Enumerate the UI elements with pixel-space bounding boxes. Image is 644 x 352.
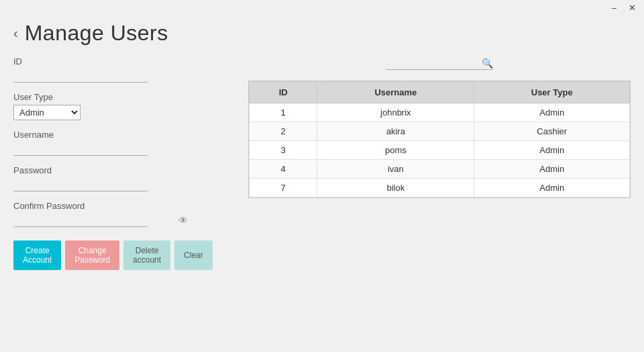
col-header-username: Username <box>317 82 474 103</box>
cell-username: johnbrix <box>317 103 474 122</box>
page-title: Manage Users <box>25 21 168 46</box>
table-row[interactable]: 7bilokAdmin <box>250 179 630 197</box>
page-header: ‹ Manage Users <box>0 15 644 56</box>
table-row[interactable]: 1johnbrixAdmin <box>250 103 630 122</box>
user-type-select[interactable]: Admin Cashier <box>13 105 80 120</box>
toggle-password-visibility-icon[interactable]: 👁 <box>178 215 188 226</box>
cell-username: bilok <box>317 179 474 197</box>
cell-id: 1 <box>250 103 317 122</box>
action-buttons: Create Account Change Password Delete ac… <box>13 240 188 270</box>
user-type-group: User Type Admin Cashier <box>13 92 188 120</box>
table-row[interactable]: 4ivanAdmin <box>250 160 630 179</box>
password-input[interactable] <box>13 178 148 191</box>
search-input[interactable] <box>386 56 493 70</box>
table-body: 1johnbrixAdmin2akiraCashier3pomsAdmin4iv… <box>250 103 630 197</box>
table-row[interactable]: 2akiraCashier <box>250 122 630 141</box>
cell-user-type: Cashier <box>474 122 630 141</box>
id-label: ID <box>13 56 188 67</box>
left-panel: ID User Type Admin Cashier Username Pass… <box>13 56 188 270</box>
cell-username: poms <box>317 141 474 160</box>
search-icon[interactable]: 🔍 <box>482 58 493 69</box>
user-table: ID Username User Type 1johnbrixAdmin2aki… <box>249 81 630 197</box>
cell-user-type: Admin <box>474 103 630 122</box>
confirm-password-label: Confirm Password <box>13 201 188 211</box>
user-table-wrapper[interactable]: ID Username User Type 1johnbrixAdmin2aki… <box>248 81 631 198</box>
right-panel: 🔍 ID Username User Type 1johnbrixAdmin2a… <box>215 56 631 270</box>
cell-username: ivan <box>317 160 474 179</box>
back-button[interactable]: ‹ <box>13 26 18 41</box>
clear-button[interactable]: Clear <box>174 240 213 270</box>
close-button[interactable]: ✕ <box>626 3 639 13</box>
cell-id: 4 <box>250 160 317 179</box>
create-account-button[interactable]: Create Account <box>13 240 61 270</box>
cell-user-type: Admin <box>474 160 630 179</box>
cell-id: 2 <box>250 122 317 141</box>
col-header-user-type: User Type <box>474 82 630 103</box>
user-type-label: User Type <box>13 92 188 102</box>
id-input[interactable] <box>13 69 148 83</box>
window-controls: – ✕ <box>609 3 639 13</box>
change-password-button[interactable]: Change Password <box>65 240 119 270</box>
password-label: Password <box>13 165 188 175</box>
cell-username: akira <box>317 122 474 141</box>
search-bar: 🔍 <box>386 56 493 70</box>
title-bar: – ✕ <box>0 0 644 15</box>
main-content: ID User Type Admin Cashier Username Pass… <box>0 56 644 270</box>
cell-id: 3 <box>250 141 317 160</box>
cell-id: 7 <box>250 179 317 197</box>
username-input[interactable] <box>13 142 148 156</box>
username-label: Username <box>13 130 188 140</box>
confirm-password-group: Confirm Password 👁 <box>13 201 188 227</box>
minimize-button[interactable]: – <box>609 3 619 13</box>
col-header-id: ID <box>250 82 317 103</box>
confirm-password-input[interactable] <box>13 214 148 227</box>
cell-user-type: Admin <box>474 179 630 197</box>
password-group: Password <box>13 165 188 191</box>
table-row[interactable]: 3pomsAdmin <box>250 141 630 160</box>
cell-user-type: Admin <box>474 141 630 160</box>
search-area: 🔍 <box>248 56 631 75</box>
username-group: Username <box>13 130 188 156</box>
delete-account-button[interactable]: Delete account <box>123 240 170 270</box>
id-group: ID <box>13 56 188 83</box>
table-header: ID Username User Type <box>250 82 630 103</box>
